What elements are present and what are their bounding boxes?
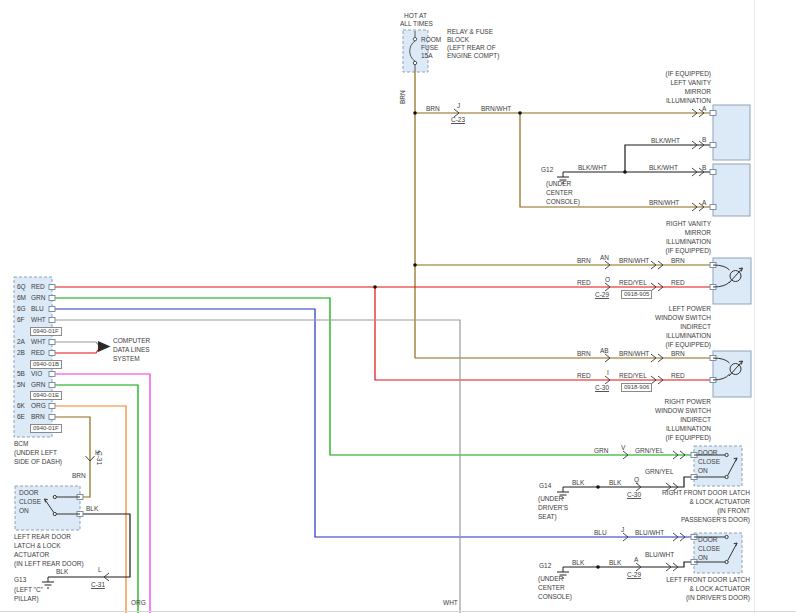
wiring-diagram-page: HOT ATALL TIMESROOMFUSE15ARELAY & FUSEBL… [0, 0, 796, 613]
pin-q: Q [634, 476, 639, 483]
wire-blkwht-lv: BLK/WHT [651, 137, 680, 144]
pin-l: L [98, 566, 102, 573]
bcm-wire-5b: VIO [31, 370, 42, 377]
fuse-block-1: RELAY & FUSE [447, 28, 493, 35]
hot-label-2: ALL TIMES [400, 20, 433, 27]
left-vanity-3: MIRROR [685, 88, 711, 95]
d2-caption-3: (IN DRIVER'S DOOR) [686, 594, 750, 601]
wire-grnyel-d1-a: GRN/YEL [635, 447, 664, 454]
g14-loc-1: (UNDER [538, 495, 563, 502]
fuse-name-1: ROOM [421, 36, 441, 43]
d2-sw-1: DOOR [698, 536, 718, 543]
wire-blkwht-g12-1: BLK/WHT [578, 164, 607, 171]
g13-loc-1: (LEFT "C" [14, 586, 43, 593]
bcm-pin-6k: 6K [17, 402, 25, 409]
bcm-pin-5b: 5B [17, 370, 25, 377]
wire-blk-g12b-2: BLK [609, 559, 621, 566]
left-vanity-1: (IF EQUIPPED) [665, 70, 711, 77]
wire-blk-lr: BLK [86, 505, 98, 512]
left-vanity-2: LEFT VANITY [670, 79, 711, 86]
code-0918-905: 0918-905 [621, 290, 652, 299]
wire-brnwht-pw2: BRN/WHT [619, 350, 649, 357]
pin-a: A [634, 556, 638, 563]
wire-redyel-pw2: RED/YEL [619, 372, 647, 379]
fuse-block-2: BLOCK [447, 36, 469, 43]
conn-c23: C-23 [451, 116, 465, 124]
bcm-caption-3: SIDE OF DASH) [14, 458, 62, 465]
wire-brn-c23: BRN [426, 105, 440, 112]
lr-caption-3: ACTUATOR [14, 551, 49, 558]
d2-caption-2: & LOCK ACTUATOR [690, 585, 750, 592]
right-vanity-3: ILLUMINATION [666, 238, 711, 245]
diagram-labels-layer: HOT ATALL TIMESROOMFUSE15ARELAY & FUSEBL… [0, 0, 796, 613]
right-pw-3: INDIRECT [680, 416, 711, 423]
wire-blu-d2: BLU [594, 529, 607, 536]
right-pw-4: ILLUMINATION [666, 425, 711, 432]
g12b-loc-2: CENTER [538, 584, 565, 591]
code-0940-01f-2: 0940-01F [30, 424, 62, 433]
bcm-pin-2b: 2B [17, 349, 25, 356]
left-pw-4: ILLUMINATION [666, 332, 711, 339]
term-right-vanity-a: A [702, 199, 706, 206]
bcm-wire-6e: BRN [31, 413, 45, 420]
wire-org-bottom: ORG [131, 599, 146, 606]
d1-sw-1: DOOR [698, 449, 718, 456]
wire-bluwht-d2-b: BLU/WHT [645, 551, 674, 558]
left-pw-2: WINDOW SWITCH [655, 314, 711, 321]
conn-c29-d2: C-29 [627, 571, 641, 579]
d1-caption-1: RIGHT FRONT DOOR LATCH [662, 489, 750, 496]
conn-c30-d1: C-30 [627, 491, 641, 499]
wire-brn-pw2-a: BRN [577, 350, 591, 357]
wire-blkwht-g12-2: BLK/WHT [649, 164, 678, 171]
left-vanity-4: ILLUMINATION [666, 97, 711, 104]
code-0940-01b: 0940-01B [30, 360, 62, 369]
conn-c30-pw2: C-30 [595, 384, 609, 392]
bcm-wire-6g: BLU [31, 305, 44, 312]
g12-bottom-label: G12 [539, 562, 551, 569]
bcm-pin-6g: 6G [17, 305, 26, 312]
bcm-pin-2a: 2A [17, 338, 25, 345]
fuse-block-4: ENGINE COMPT) [447, 52, 499, 59]
wire-blk-g12b-1: BLK [572, 559, 584, 566]
lr-sw-3: ON [19, 507, 29, 514]
g13-loc-2: PILLAR) [14, 595, 39, 602]
d1-caption-4: PASSENGER'S DOOR) [681, 516, 750, 523]
lr-caption-1: LEFT REAR DOOR [14, 533, 71, 540]
left-pw-1: LEFT POWER [669, 305, 711, 312]
pin-ab: AB [600, 347, 609, 354]
bcm-wire-2b: RED [31, 349, 45, 356]
wire-brn-feed: BRN [399, 90, 406, 104]
g14-loc-3: SEAT) [538, 513, 557, 520]
d1-sw-3: ON [698, 467, 708, 474]
d2-sw-3: ON [698, 554, 708, 561]
d1-caption-3: (IN FRONT [717, 507, 750, 514]
conn-c29-pw1: C-29 [595, 291, 609, 299]
lr-caption-2: LATCH & LOCK [14, 542, 60, 549]
right-pw-5: (IF EQUIPPED) [665, 434, 711, 441]
hot-label-1: HOT AT [404, 12, 427, 19]
g14-loc-2: DRIVER'S [538, 504, 568, 511]
pin-j: J [457, 102, 460, 109]
wire-red-pw1-a: RED [577, 279, 591, 286]
g12-top-loc-1: (UNDER [546, 180, 571, 187]
right-vanity-1: RIGHT VANITY [666, 220, 711, 227]
conn-c31-l: C-31 [91, 581, 105, 589]
wire-bluwht-d2-a: BLU/WHT [635, 529, 664, 536]
wire-red-pw1-b: RED [671, 279, 685, 286]
lr-sw-2: CLOSE [19, 498, 41, 505]
right-vanity-2: MIRROR [685, 229, 711, 236]
wire-blk-g14-2: BLK [609, 479, 621, 486]
wire-brn-pw1-b: BRN [671, 257, 685, 264]
bcm-caption-2: (UNDER LEFT [14, 449, 57, 456]
left-pw-3: INDIRECT [680, 323, 711, 330]
computer-data-3: SYSTEM [113, 355, 140, 362]
bcm-pin-6q: 6Q [17, 283, 26, 290]
bcm-pin-6f: 6F [17, 316, 25, 323]
term-left-vanity-b: B [702, 136, 706, 143]
code-0940-01f-1: 0940-01F [30, 327, 62, 336]
bcm-wire-5n: GRN [31, 381, 45, 388]
wire-brnwht-pw1: BRN/WHT [619, 257, 649, 264]
bcm-wire-6f: WHT [31, 316, 46, 323]
pin-an: AN [600, 254, 609, 261]
wire-red-pw2-a: RED [577, 372, 591, 379]
